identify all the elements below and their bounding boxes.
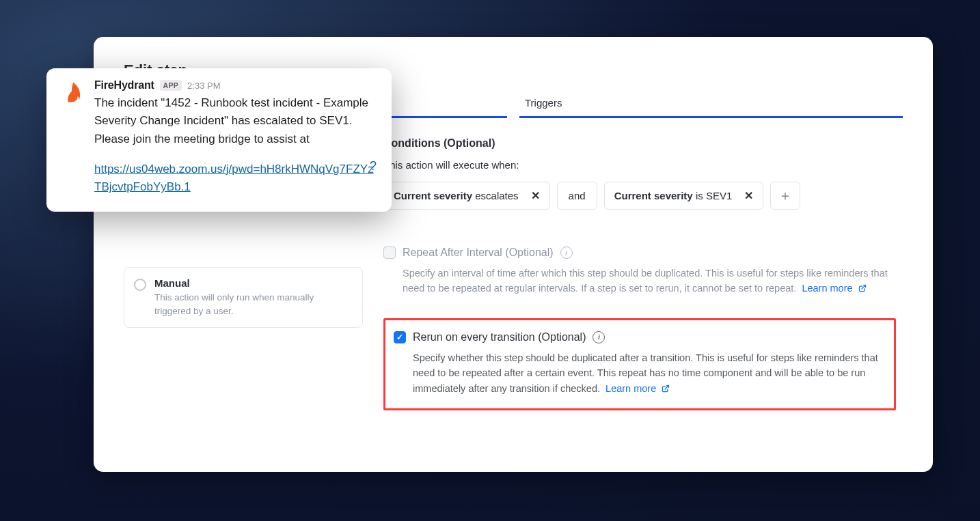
slack-notification: FireHydrant APP 2:33 PM The incident "14…: [46, 68, 392, 212]
conditions-intro: This action will execute when:: [383, 159, 896, 171]
rerun-desc: Specify whether this step should be dupl…: [394, 350, 882, 396]
firehydrant-logo-icon: [60, 79, 86, 105]
logic-label: and: [569, 190, 586, 201]
repeat-desc: Specify an interval of time after which …: [383, 266, 896, 296]
help-icon[interactable]: ?: [370, 159, 377, 173]
condition-logic[interactable]: and: [557, 182, 597, 210]
repeat-interval-block: Repeat After Interval (Optional) i Speci…: [383, 247, 896, 296]
add-condition-button[interactable]: ＋: [770, 182, 800, 210]
remove-condition-2-icon[interactable]: ✕: [744, 189, 753, 202]
slack-head: FireHydrant APP 2:33 PM: [94, 79, 377, 91]
radio-title: Manual: [154, 277, 353, 289]
repeat-learn-more-link[interactable]: Learn more: [802, 283, 852, 294]
condition-chip-1[interactable]: Current severity escalates ✕: [383, 182, 550, 210]
chip1-bold: Current severity: [394, 190, 472, 201]
remove-condition-1-icon[interactable]: ✕: [531, 189, 540, 202]
repeat-checkbox[interactable]: [383, 247, 396, 259]
repeat-title: Repeat After Interval (Optional): [403, 247, 554, 259]
chip2-bold: Current severity: [614, 190, 693, 201]
info-icon[interactable]: i: [593, 331, 605, 343]
rerun-title: Rerun on every transition (Optional): [413, 331, 586, 343]
radio-body: Manual This action will only run when ma…: [154, 277, 353, 318]
rerun-head: ✓ Rerun on every transition (Optional) i: [394, 331, 882, 343]
zoom-link[interactable]: https://us04web.zoom.us/j/pwd=hH8rkHWNqV…: [94, 160, 377, 197]
rerun-highlight-box: ✓ Rerun on every transition (Optional) i…: [383, 318, 896, 410]
tab-triggers[interactable]: Triggers: [519, 91, 903, 118]
info-icon[interactable]: i: [560, 247, 573, 259]
chip2-rest: is SEV1: [696, 190, 732, 201]
slack-body: FireHydrant APP 2:33 PM The incident "14…: [94, 79, 377, 197]
slack-message: The incident "1452 - Runbook test incide…: [94, 94, 377, 148]
conditions-chips: Current severity escalates ✕ and Current…: [383, 182, 896, 210]
rerun-block: ✓ Rerun on every transition (Optional) i…: [394, 331, 882, 396]
rerun-checkbox[interactable]: ✓: [394, 331, 406, 343]
rerun-learn-more-link[interactable]: Learn more: [605, 383, 656, 394]
svg-line-1: [665, 385, 669, 389]
svg-line-0: [862, 285, 866, 290]
external-link-icon: [858, 283, 867, 296]
radio-desc: This action will only run when manually …: [154, 291, 353, 318]
condition-chip-2[interactable]: Current severity is SEV1 ✕: [604, 182, 764, 210]
radio-option-manual[interactable]: Manual This action will only run when ma…: [124, 267, 363, 328]
chip1-rest: escalates: [475, 190, 518, 201]
conditions-heading: Conditions (Optional): [383, 137, 896, 150]
external-link-icon: [662, 383, 670, 397]
app-badge: APP: [160, 80, 182, 91]
tab-triggers-label: Triggers: [525, 97, 562, 109]
radio-circle-icon[interactable]: [134, 279, 146, 291]
slack-timestamp: 2:33 PM: [187, 81, 220, 91]
right-column: Conditions (Optional) This action will e…: [383, 137, 903, 410]
repeat-head: Repeat After Interval (Optional) i: [383, 247, 896, 259]
slack-sender: FireHydrant: [94, 79, 154, 91]
